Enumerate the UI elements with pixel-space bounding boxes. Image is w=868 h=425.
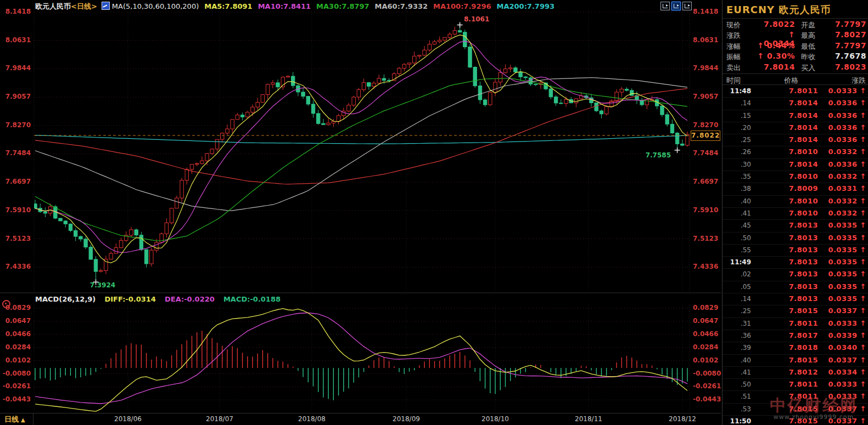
candle (317, 114, 320, 123)
quote-field-label: 买入 (801, 63, 815, 73)
tape-price: 7.8009 (789, 184, 818, 192)
instrument-title: 欧元人民币 (35, 2, 71, 10)
tape-row: .057.80130.0335 ↑ (723, 281, 868, 293)
candle (483, 100, 486, 105)
tape-price: 7.8013 (789, 246, 818, 254)
tape-time: .45 (723, 222, 751, 229)
tape-price: 7.8013 (789, 258, 818, 266)
macd-lines-layer (35, 309, 687, 412)
tape-change: 0.0337 ↑ (828, 405, 866, 413)
macd-diff-value: DIFF:-0.0314 (104, 295, 155, 303)
ma-line (35, 35, 687, 263)
tape-time: 11:50 (723, 417, 751, 425)
candle (175, 198, 178, 208)
candle (231, 120, 234, 129)
tape-time: .55 (723, 246, 751, 254)
candle (190, 165, 193, 169)
candle (463, 32, 467, 47)
tape-change: 0.0337 ↑ (828, 356, 866, 364)
macd-macd-value: MACD:-0.0188 (223, 295, 281, 303)
candle (407, 63, 411, 64)
ma-value: MA10:7.8411 (258, 2, 311, 10)
tape-change: 0.0335 ↑ (828, 221, 866, 229)
shift-axis-icon[interactable] (682, 2, 692, 10)
tape-change: 0.0337 ↑ (828, 417, 866, 425)
candle (43, 212, 47, 213)
axis-tool-icon[interactable] (660, 2, 670, 10)
candle (180, 180, 183, 198)
tape-change: 0.0335 ↑ (828, 234, 866, 242)
quote-field-label: 最高 (801, 31, 815, 41)
tape-change: 0.0332 ↑ (828, 148, 866, 156)
candle (347, 105, 350, 111)
candle (423, 50, 426, 55)
tape-time: .50 (723, 234, 751, 242)
candle (94, 259, 97, 271)
tape-rows: 11:487.80110.0333 ↑.147.80140.0336 ↑.157… (723, 86, 868, 425)
tape-price: 7.8013 (789, 221, 818, 229)
candle (402, 64, 406, 68)
tape-price: 7.8015 (789, 356, 818, 364)
quote-field-label: 现价 (726, 20, 741, 30)
candle (377, 78, 380, 83)
tape-time: .41 (723, 369, 751, 376)
candle (210, 149, 214, 154)
tape-row: .207.80140.0336 ↑ (723, 122, 868, 134)
candle (114, 248, 117, 254)
candle (564, 100, 568, 104)
annotation-low: 7.3924 (83, 281, 122, 289)
tape-time: .14 (723, 295, 751, 303)
tape-time: .40 (723, 356, 751, 364)
candle (205, 154, 209, 161)
tape-price: 7.8010 (789, 197, 818, 205)
tape-change: 0.0337 ↑ (828, 307, 866, 315)
candle (311, 104, 315, 114)
tape-time: .39 (723, 344, 751, 352)
candle (271, 83, 275, 84)
trading-terminal: 欧元人民币<日线>MA(5,10,30,60,100,200)MA5:7.809… (0, 0, 868, 425)
candle (236, 115, 239, 120)
ma-value: MA30:7.8797 (316, 2, 369, 10)
candle (246, 112, 249, 117)
tape-row: .267.80100.0332 ↑ (723, 146, 868, 158)
tape-time: 11:48 (723, 87, 751, 95)
tape-time: .20 (723, 124, 751, 132)
indicator-settings-icon[interactable] (2, 300, 10, 308)
tape-time: .25 (723, 136, 751, 144)
tape-change: 0.0336 ↑ (828, 160, 866, 168)
quote-field-value: 7.8023 (827, 63, 866, 71)
tape-price: 7.8014 (789, 135, 818, 144)
quote-field-value: 7.7678 (827, 52, 866, 60)
candlestick-mini-icon (102, 2, 110, 10)
tape-change: 0.0334 ↑ (828, 368, 866, 376)
candle (681, 144, 684, 145)
chart-canvas[interactable] (0, 0, 722, 425)
candle (554, 97, 557, 103)
candle (595, 103, 598, 111)
tape-time: 11:49 (723, 258, 751, 266)
candle (418, 55, 421, 56)
candle (615, 92, 618, 101)
period-tab-daily[interactable]: 日线▲ (4, 415, 25, 424)
tape-row: .147.80130.0335 ↑ (723, 293, 868, 305)
candle (135, 230, 138, 235)
draw-tool-icon[interactable] (671, 2, 681, 10)
candle (670, 124, 674, 133)
chart-toolbar (660, 2, 692, 10)
tape-time: .40 (723, 197, 751, 205)
candle (549, 89, 552, 97)
ma-value: MA200:7.7993 (497, 2, 555, 10)
candle (503, 69, 507, 73)
period-label: <日线> (71, 2, 97, 10)
quote-panel: EURCNY 欧元人民币 现价7.8022开盘7.7797涨跌↑ 0.0344最… (722, 0, 868, 425)
quote-field-value: 7.8027 (827, 30, 866, 39)
quote-field-value: ↑ 0.30% (755, 52, 795, 60)
tape-price: 7.8015 (789, 405, 818, 413)
tape-price: 7.8011 (789, 380, 818, 388)
candle (352, 97, 355, 105)
candle (306, 97, 310, 104)
candle (605, 106, 608, 114)
tape-time: .25 (723, 307, 751, 315)
candle (438, 40, 441, 42)
macd-dea-value: DEA:-0.0220 (165, 295, 215, 303)
